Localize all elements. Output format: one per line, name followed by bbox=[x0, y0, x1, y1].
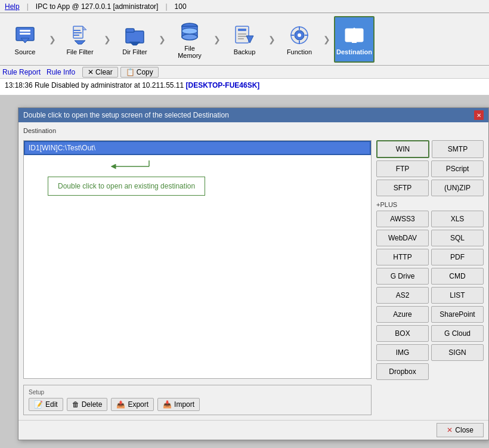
modal-footer: ✕ Close bbox=[18, 420, 488, 440]
pdf-button[interactable]: PDF bbox=[431, 249, 484, 265]
clear-button[interactable]: ✕ Clear bbox=[82, 67, 118, 78]
modal-overlay: Double click to open the setup screen of… bbox=[0, 95, 489, 448]
destination-icon bbox=[342, 23, 366, 47]
gcloud-button[interactable]: G Cloud bbox=[431, 325, 484, 342]
left-panel: ID1[WIN]C:\Test\Out\ bbox=[23, 140, 372, 415]
connection-info: IPC to App @ 127.0.0.1 [administrator] bbox=[36, 2, 159, 11]
svg-rect-7 bbox=[73, 32, 82, 33]
plus-row-4: G Drive CMD bbox=[376, 268, 484, 285]
plus-row-3: HTTP PDF bbox=[376, 249, 484, 265]
sharepoint-button[interactable]: SharePoint bbox=[431, 306, 484, 323]
sign-button[interactable]: SIGN bbox=[431, 344, 484, 361]
as2-button[interactable]: AS2 bbox=[376, 287, 429, 304]
close-icon: ✕ bbox=[447, 426, 453, 434]
rule-report-tab[interactable]: Rule Report bbox=[2, 68, 41, 76]
right-panel: WIN SMTP FTP bbox=[376, 140, 484, 380]
plus-row-8: IMG SIGN bbox=[376, 344, 484, 361]
export-button[interactable]: 📤 Export bbox=[111, 398, 154, 411]
dest-list-item[interactable]: ID1[WIN]C:\Test\Out\ bbox=[24, 141, 371, 155]
export-icon: 📤 bbox=[116, 400, 125, 409]
awss3-button[interactable]: AWSS3 bbox=[376, 211, 429, 227]
pscript-button[interactable]: PScript bbox=[431, 160, 484, 177]
svg-rect-21 bbox=[238, 38, 244, 39]
toolbar-item-function[interactable]: Function bbox=[279, 16, 320, 63]
toolbar-item-file-filter[interactable]: File Filter bbox=[60, 16, 100, 63]
img-button[interactable]: IMG bbox=[376, 344, 429, 361]
log-text: 13:18:36 Rule Disabled by administrator … bbox=[5, 81, 186, 89]
toolbar-item-destination[interactable]: Destination bbox=[334, 16, 375, 63]
ftp-button[interactable]: FTP bbox=[376, 160, 429, 177]
main-toolbar: Source ❯ File Filter ❯ bbox=[0, 13, 489, 66]
svg-rect-29 bbox=[299, 41, 300, 44]
function-icon bbox=[287, 23, 311, 47]
modal-main-row: ID1[WIN]C:\Test\Out\ bbox=[23, 140, 484, 415]
toolbar-item-backup[interactable]: Backup bbox=[224, 16, 265, 63]
plus-row-9: Dropbox bbox=[376, 363, 484, 380]
import-icon: 📥 bbox=[163, 400, 172, 409]
import-button[interactable]: 📥 Import bbox=[157, 398, 200, 411]
btn-row-1: WIN SMTP bbox=[376, 140, 484, 158]
file-memory-icon bbox=[178, 20, 202, 44]
plus-row-2: WebDAV SQL bbox=[376, 230, 484, 246]
rule-info-tab[interactable]: Rule Info bbox=[47, 68, 75, 76]
toolbar-item-dir-filter[interactable]: Dir Filter bbox=[114, 16, 155, 63]
file-filter-icon bbox=[68, 23, 92, 47]
svg-rect-11 bbox=[126, 29, 134, 32]
source-icon bbox=[13, 23, 37, 47]
svg-rect-3 bbox=[20, 33, 30, 35]
copy-button[interactable]: 📋 Copy bbox=[120, 67, 159, 78]
svg-rect-26 bbox=[290, 35, 294, 36]
svg-rect-19 bbox=[238, 33, 246, 35]
win-button[interactable]: WIN bbox=[376, 140, 429, 158]
svg-rect-2 bbox=[20, 30, 30, 32]
svg-rect-20 bbox=[238, 36, 246, 37]
code-display: 100 bbox=[175, 2, 187, 11]
file-memory-label: File Memory bbox=[173, 45, 206, 59]
smtp-button[interactable]: SMTP bbox=[432, 140, 484, 158]
plus-row-7: BOX G Cloud bbox=[376, 325, 484, 342]
delete-button[interactable]: 🗑 Delete bbox=[67, 398, 108, 411]
gdrive-button[interactable]: G Drive bbox=[376, 268, 429, 285]
clear-icon: ✕ bbox=[88, 68, 94, 76]
toolbar-item-source[interactable]: Source bbox=[5, 16, 45, 63]
svg-marker-9 bbox=[75, 41, 85, 44]
file-filter-label: File Filter bbox=[66, 48, 93, 55]
modal-body: Destination ID1[WIN]C:\Test\Out\ bbox=[18, 122, 488, 420]
close-button[interactable]: ✕ Close bbox=[437, 423, 484, 437]
log-area: 13:18:36 Rule Disabled by administrator … bbox=[0, 79, 489, 95]
cmd-button[interactable]: CMD bbox=[431, 268, 484, 285]
edit-button[interactable]: 📝 Edit bbox=[29, 398, 63, 411]
setup-area: Setup 📝 Edit 🗑 Delete bbox=[23, 385, 372, 415]
main-content: Double click to open the setup screen of… bbox=[0, 95, 489, 448]
dropbox-button[interactable]: Dropbox bbox=[376, 363, 429, 380]
delete-icon: 🗑 bbox=[72, 400, 79, 409]
copy-icon: 📋 bbox=[126, 68, 135, 76]
setup-label: Setup bbox=[29, 389, 366, 396]
sql-button[interactable]: SQL bbox=[431, 230, 484, 246]
dest-list-area[interactable]: ID1[WIN]C:\Test\Out\ bbox=[23, 140, 372, 379]
arrow-6: ❯ bbox=[322, 35, 332, 44]
arrow-5: ❯ bbox=[267, 35, 277, 44]
hint-box: Double click to open an existing destina… bbox=[48, 177, 205, 196]
modal-close-button[interactable]: ✕ bbox=[474, 110, 484, 120]
modal-title: Double click to open the setup screen of… bbox=[23, 111, 229, 119]
box-button[interactable]: BOX bbox=[376, 325, 429, 342]
dest-item-text: ID1[WIN]C:\Test\Out\ bbox=[29, 144, 95, 152]
help-link[interactable]: Help bbox=[5, 2, 20, 11]
arrow-2: ❯ bbox=[103, 35, 112, 44]
http-button[interactable]: HTTP bbox=[376, 249, 429, 265]
svg-rect-6 bbox=[73, 30, 81, 31]
svg-rect-28 bbox=[299, 26, 300, 30]
list-button[interactable]: LIST bbox=[431, 287, 484, 304]
sftp-button[interactable]: SFTP bbox=[376, 180, 429, 196]
plus-row-1: AWSS3 XLS bbox=[376, 211, 484, 227]
top-bar: Help | IPC to App @ 127.0.0.1 [administr… bbox=[0, 0, 489, 13]
btn-row-2: FTP PScript bbox=[376, 160, 484, 177]
azure-button[interactable]: Azure bbox=[376, 306, 429, 323]
xls-button[interactable]: XLS bbox=[431, 211, 484, 227]
source-label: Source bbox=[15, 48, 36, 55]
plus-row-6: Azure SharePoint bbox=[376, 306, 484, 323]
webdav-button[interactable]: WebDAV bbox=[376, 230, 429, 246]
unzip-button[interactable]: (UN)ZIP bbox=[431, 180, 484, 196]
toolbar-item-file-memory[interactable]: File Memory bbox=[169, 16, 210, 63]
